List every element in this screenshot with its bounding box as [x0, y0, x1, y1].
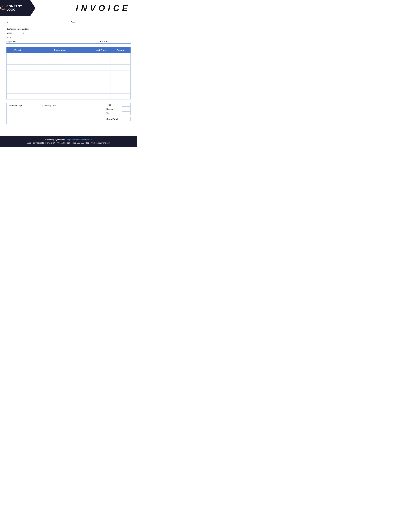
address-colon: :: [23, 36, 24, 38]
city-colon: :: [23, 40, 24, 43]
logo-icon: [0, 5, 6, 11]
amount-cell: [111, 70, 131, 76]
amount-cell: [111, 59, 131, 65]
table-header: Period Description Unit Price Amount: [7, 47, 131, 53]
table-row: [7, 88, 131, 94]
grand-total-value-box: [122, 117, 131, 121]
unit-cell: [91, 53, 111, 59]
amount-cell: [111, 88, 131, 94]
period-cell: [7, 70, 29, 76]
footer-line1: Company System Inc. | http://freewordtem…: [3, 138, 134, 141]
discount-label: Discount: [106, 108, 121, 110]
svg-point-1: [0, 6, 6, 11]
invoice-title-section: INVOICE: [36, 0, 137, 16]
discount-row: Discount: [106, 107, 131, 111]
grand-total-row: Grand Total: [106, 117, 131, 121]
main-content: No : Date :: [0, 16, 137, 129]
amount-cell: [111, 76, 131, 82]
table-row: [7, 76, 131, 82]
desc-cell: [29, 88, 91, 94]
unit-cell: [91, 70, 111, 76]
signatures-box: Customer Sign [Cashier] Sign: [6, 103, 76, 124]
invoice-info-row: No : Date :: [6, 21, 131, 24]
table-row: [7, 59, 131, 65]
period-cell: [7, 82, 29, 88]
logo-label: COMPANY LOGO: [6, 5, 31, 11]
date-label: Date: [71, 21, 81, 23]
customer-city-row: City/State : ZIP Code :: [6, 39, 131, 44]
customer-name-row: Name :: [6, 31, 131, 35]
unit-cell: [91, 65, 111, 70]
invoice-no-field: No :: [6, 21, 66, 24]
bottom-section: Customer Sign [Cashier] Sign Total Disco…: [6, 103, 131, 124]
no-label: No: [6, 21, 16, 23]
address-label: Address: [6, 36, 23, 38]
cashier-sign-box: [Cashier] Sign: [41, 103, 76, 124]
desc-cell: [29, 59, 91, 65]
desc-cell: [29, 94, 91, 99]
total-value-box: [122, 103, 131, 106]
city-label: City/State: [6, 40, 23, 43]
footer: Company System Inc. | http://freewordtem…: [0, 136, 137, 147]
col-unit-header: Unit Price: [91, 47, 111, 53]
desc-cell: [29, 82, 91, 88]
desc-cell: [29, 70, 91, 76]
footer-company-name: Company System Inc.: [46, 139, 65, 141]
desc-cell: [29, 53, 91, 59]
date-colon: :: [81, 21, 82, 23]
amount-cell: [111, 53, 131, 59]
desc-cell: [29, 76, 91, 82]
period-cell: [7, 94, 29, 99]
tax-label: Tax: [106, 112, 121, 114]
name-label: Name: [6, 32, 23, 34]
invoice-title: INVOICE: [76, 3, 131, 13]
zip-label: ZIP Code: [98, 40, 107, 43]
table-row: [7, 53, 131, 59]
invoice-date-field: Date :: [71, 21, 131, 24]
amount-cell: [111, 65, 131, 70]
unit-cell: [91, 76, 111, 82]
totals-section: Total Discount Tax Grand Total: [106, 103, 131, 121]
desc-cell: [29, 65, 91, 70]
invoice-table: Period Description Unit Price Amount: [6, 47, 131, 99]
unit-cell: [91, 88, 111, 94]
period-cell: [7, 65, 29, 70]
total-label: Total: [106, 104, 121, 106]
col-amount-header: Amount: [111, 47, 131, 53]
customer-section: Customer Information: Name : Address : C…: [6, 27, 131, 44]
zip-colon: :: [108, 40, 108, 43]
table-header-row: Period Description Unit Price Amount: [7, 47, 131, 53]
name-colon: :: [23, 32, 24, 34]
unit-cell: [91, 94, 111, 99]
table-row: [7, 82, 131, 88]
table-row: [7, 94, 131, 99]
tax-value-box: [122, 111, 131, 115]
customer-address-row: Address :: [6, 35, 131, 39]
table-row: [7, 65, 131, 70]
logo-text: COMPANY LOGO: [0, 5, 31, 11]
table-row: [7, 70, 131, 76]
customer-section-header: Customer Information:: [6, 27, 131, 31]
customer-sign-box: Customer Sign: [7, 103, 41, 124]
period-cell: [7, 76, 29, 82]
amount-cell: [111, 94, 131, 99]
table-body: [7, 53, 131, 99]
amount-cell: [111, 82, 131, 88]
customer-sign-label: Customer Sign: [8, 104, 22, 107]
col-period-header: Period: [7, 47, 29, 53]
zip-group: ZIP Code :: [98, 40, 131, 43]
unit-cell: [91, 82, 111, 88]
discount-value-box: [122, 107, 131, 111]
footer-website-link[interactable]: http://freewordtemplates.net/: [67, 139, 92, 141]
logo-section: COMPANY LOGO: [0, 0, 36, 16]
total-row: Total: [106, 103, 131, 106]
unit-cell: [91, 59, 111, 65]
period-cell: [7, 88, 29, 94]
footer-line2: 8030 Harrington Rd, Miami, USA | Ph 555-…: [3, 141, 134, 145]
period-cell: [7, 53, 29, 59]
no-colon: :: [17, 21, 17, 23]
header: COMPANY LOGO INVOICE: [0, 0, 137, 16]
period-cell: [7, 59, 29, 65]
cashier-sign-label: [Cashier] Sign: [43, 104, 56, 107]
col-desc-header: Description: [29, 47, 91, 53]
